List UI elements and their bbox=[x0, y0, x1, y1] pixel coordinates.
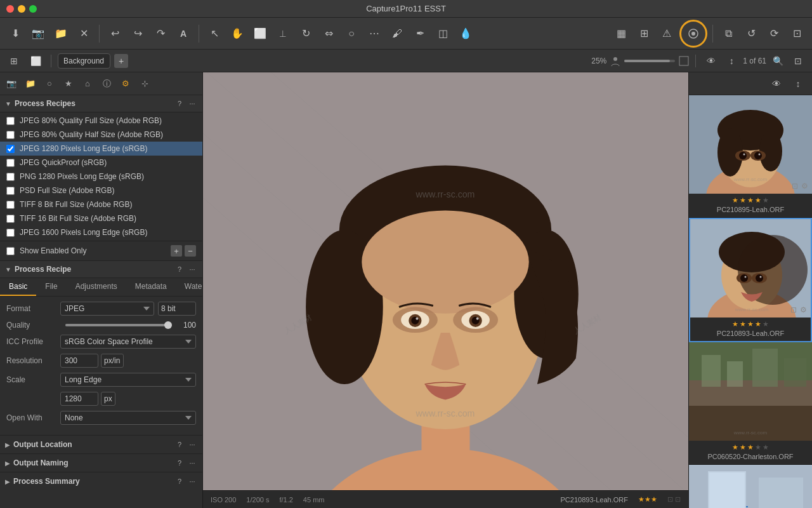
recipes-help-btn[interactable]: ? bbox=[174, 98, 185, 109]
delete-button[interactable]: ✕ bbox=[74, 23, 94, 44]
recipe-checkbox-7[interactable] bbox=[6, 215, 15, 223]
process-summary-menu[interactable]: ··· bbox=[187, 476, 197, 486]
circle-icon[interactable]: ○ bbox=[41, 75, 58, 93]
output-naming-help[interactable]: ? bbox=[174, 458, 185, 468]
process-summary-help[interactable]: ? bbox=[174, 476, 185, 486]
tab-metadata[interactable]: Metadata bbox=[126, 278, 176, 296]
histogram-button[interactable]: ▦ bbox=[611, 23, 631, 44]
export-button[interactable]: ⟳ bbox=[764, 23, 784, 44]
recipe-item-6[interactable]: TIFF 8 Bit Full Size (Adobe RGB) bbox=[0, 197, 202, 211]
eye-icon[interactable]: 👁 bbox=[702, 52, 720, 70]
quality-slider-thumb[interactable] bbox=[164, 321, 172, 329]
pan-tool[interactable]: ✋ bbox=[227, 23, 247, 44]
settings-button[interactable]: ⊡ bbox=[787, 23, 807, 44]
brush-tool[interactable]: 🖌 bbox=[387, 23, 407, 44]
gradient-tool[interactable]: ◫ bbox=[433, 23, 453, 44]
panel-sort-btn[interactable]: ↕ bbox=[789, 75, 807, 93]
recipe-help-btn[interactable]: ? bbox=[174, 264, 185, 274]
output-location-menu[interactable]: ··· bbox=[187, 439, 197, 450]
quality-slider[interactable] bbox=[65, 324, 172, 326]
circle-tool[interactable]: ○ bbox=[341, 23, 362, 44]
browse-button[interactable]: 📁 bbox=[51, 23, 71, 44]
recipe-item-0[interactable]: JPEG 80% Quality Full Size (Adobe RGB) bbox=[0, 114, 202, 128]
recipe-menu-btn[interactable]: ··· bbox=[187, 264, 197, 274]
recipe-item-1[interactable]: JPEG 80% Quality Half Size (Adobe RGB) bbox=[0, 128, 202, 142]
size-unit-select[interactable]: px bbox=[101, 392, 115, 406]
recipe-checkbox-3[interactable] bbox=[6, 159, 15, 167]
search-btn[interactable]: 🔍 bbox=[769, 52, 787, 70]
recipe-item-4[interactable]: PNG 1280 Pixels Long Edge (sRGB) bbox=[0, 170, 202, 184]
capture-button[interactable]: 📷 bbox=[28, 23, 48, 44]
recipe-checkbox-0[interactable] bbox=[6, 117, 15, 125]
thumb-gear-icon-2[interactable]: ⚙ bbox=[800, 305, 807, 314]
sync-button[interactable]: ↺ bbox=[741, 23, 761, 44]
recipe-item-7[interactable]: TIFF 16 Bit Full Size (Adobe RGB) bbox=[0, 211, 202, 225]
output-naming-menu[interactable]: ··· bbox=[187, 458, 197, 468]
open-with-select[interactable]: None bbox=[60, 411, 196, 425]
thumbnail-item[interactable]: www.rr-sc.com ★ ★ ★ ★ ★ PC210895-Leah.OR… bbox=[689, 95, 812, 218]
star-icon[interactable]: ★ bbox=[60, 75, 77, 93]
output-location-header[interactable]: ▶ Output Location ? ··· bbox=[0, 436, 202, 453]
filter-btn[interactable]: ⊡ bbox=[789, 52, 807, 70]
recipe-checkbox-8[interactable] bbox=[6, 229, 15, 237]
thumbnail-item-4[interactable]: in www.rr-sc.com bbox=[689, 465, 812, 508]
recipe-checkbox-1[interactable] bbox=[6, 131, 15, 139]
rotate-tool[interactable]: ↻ bbox=[296, 23, 316, 44]
icc-profile-select[interactable]: sRGB Color Space Profile bbox=[60, 335, 196, 349]
tab-adjustments[interactable]: Adjustments bbox=[67, 278, 126, 296]
scale-select[interactable]: Long Edge bbox=[60, 373, 196, 387]
remove-recipe-btn[interactable]: − bbox=[185, 245, 196, 257]
lasso-tool[interactable]: ⋯ bbox=[364, 23, 384, 44]
size-input[interactable] bbox=[60, 392, 98, 406]
layers-button[interactable]: ⧉ bbox=[718, 23, 738, 44]
add-background-btn[interactable]: + bbox=[114, 54, 128, 68]
alert-button[interactable]: ⚠ bbox=[657, 23, 677, 44]
text-button[interactable]: A bbox=[173, 23, 193, 44]
recipe-checkbox-2[interactable] bbox=[6, 145, 15, 153]
live-view-button[interactable] bbox=[679, 20, 707, 48]
forward-button[interactable]: ↷ bbox=[150, 23, 171, 44]
panel-eye-btn[interactable]: 👁 bbox=[768, 75, 785, 93]
undo-button[interactable]: ↩ bbox=[105, 23, 125, 44]
close-button[interactable] bbox=[6, 5, 14, 13]
tab-watermark[interactable]: Watermark bbox=[176, 278, 203, 296]
straighten-tool[interactable]: ⟂ bbox=[273, 23, 293, 44]
show-enabled-checkbox[interactable] bbox=[6, 247, 15, 255]
tab-basic[interactable]: Basic bbox=[0, 278, 36, 296]
output-naming-header[interactable]: ▶ Output Naming ? ··· bbox=[0, 454, 202, 472]
eyedropper-tool[interactable]: 💧 bbox=[455, 23, 476, 44]
sort-icon[interactable]: ↕ bbox=[723, 52, 740, 70]
grid-view-btn[interactable]: ⊞ bbox=[5, 52, 23, 70]
bookmark-icon[interactable]: ⌂ bbox=[79, 75, 96, 93]
process-summary-header[interactable]: ▶ Process Summary ? ··· bbox=[0, 472, 202, 490]
recipe-item-2[interactable]: JPEG 1280 Pixels Long Edge (sRGB) bbox=[0, 142, 202, 156]
import-button[interactable]: ⬇ bbox=[5, 23, 25, 44]
pen-tool[interactable]: ✒ bbox=[410, 23, 430, 44]
recipe-checkbox-4[interactable] bbox=[6, 173, 15, 181]
recipe-item-3[interactable]: JPEG QuickProof (sRGB) bbox=[0, 156, 202, 170]
thumb-gear-icon-1[interactable]: ⚙ bbox=[801, 182, 808, 190]
recipe-checkbox-6[interactable] bbox=[6, 201, 15, 209]
camera-icon[interactable]: 📷 bbox=[3, 75, 20, 93]
add-recipe-btn[interactable]: + bbox=[171, 245, 182, 257]
recipe-checkbox-5[interactable] bbox=[6, 187, 15, 195]
info-icon[interactable]: ⓘ bbox=[98, 75, 115, 93]
grid-button[interactable]: ⊞ bbox=[634, 23, 654, 44]
tab-file[interactable]: File bbox=[36, 278, 66, 296]
redo-button[interactable]: ↪ bbox=[128, 23, 148, 44]
background-select[interactable]: Background bbox=[58, 53, 110, 69]
cursor-tool[interactable]: ↖ bbox=[204, 23, 225, 44]
share-icon[interactable]: ⊹ bbox=[136, 75, 154, 93]
resolution-input[interactable] bbox=[60, 354, 98, 368]
flip-tool[interactable]: ⇔ bbox=[318, 23, 339, 44]
maximize-button[interactable] bbox=[29, 5, 37, 13]
zoom-slider[interactable] bbox=[624, 60, 675, 62]
process-recipes-header[interactable]: ▼ Process Recipes ? ··· bbox=[0, 95, 202, 112]
thumbnail-item-selected[interactable]: www.rr-sc.com ★ ★ ★ ★ ★ PC210893-Leah.OR… bbox=[689, 218, 812, 342]
format-select[interactable]: JPEG bbox=[60, 302, 154, 316]
thumb-select-icon-2[interactable]: ⊡ bbox=[790, 305, 797, 314]
recipe-item-8[interactable]: JPEG 1600 Pixels Long Edge (sRGB) bbox=[0, 225, 202, 239]
process-recipe-header[interactable]: ▼ Process Recipe ? ··· bbox=[0, 261, 202, 278]
thumb-select-icon-1[interactable]: ⊡ bbox=[792, 182, 798, 190]
crop-tool[interactable]: ⬜ bbox=[250, 23, 270, 44]
